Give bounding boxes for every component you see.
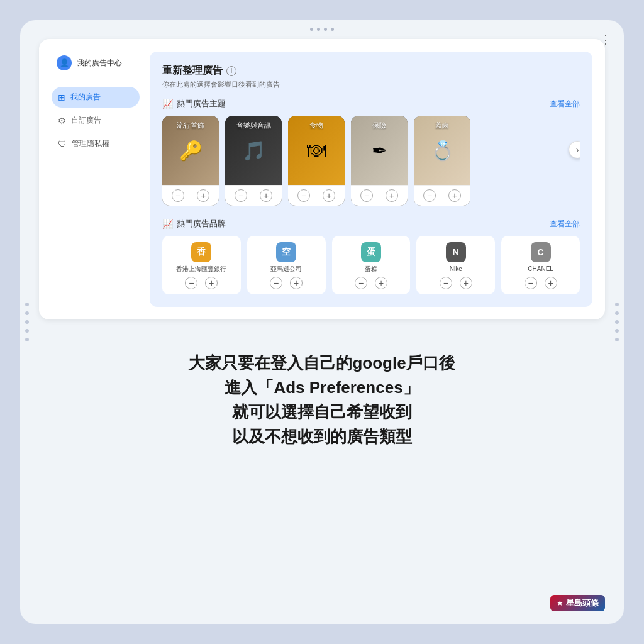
topic-increase-food[interactable]: + [323,189,335,202]
brands-subsection-header: 📈 熱門廣告品牌 查看全部 [162,218,580,230]
info-icon[interactable]: i [226,66,236,76]
topic-card-controls-fashion: − + [162,185,219,206]
custom-ads-icon: ⚙ [58,116,66,126]
brand-name-nike: Nike [450,265,462,273]
brand-increase-asia-airline[interactable]: + [290,277,303,289]
sidebar-header-title: 我的廣告中心 [77,58,122,69]
dot [25,303,29,306]
watermark: ★ 星島頭條 [550,595,605,611]
keys-icon [179,140,203,162]
topic-increase-music[interactable]: + [260,189,272,202]
insurance-icon [372,140,387,162]
sidebar-item-label-my-ads: 我的廣告 [70,92,101,103]
brand-logo-egg: 蛋 [361,242,381,262]
topic-card-img-music: 音樂與音訊 [225,116,282,185]
topic-card-img-jewelry: 蓋鹵 [414,116,470,185]
brand-controls-asia-airline: − + [270,277,303,289]
topics-view-all-link[interactable]: 查看全部 [550,99,580,109]
brand-card-hk-bank: 香 香港上海匯豐銀行 − + [162,236,241,294]
topic-card-insurance: 保險 − + [351,116,408,206]
brand-increase-chanel[interactable]: + [545,277,557,289]
main-text-line4: 以及不想收到的廣告類型 [64,425,580,449]
brand-decrease-nike[interactable]: − [440,277,452,289]
topics-next-button[interactable]: › [569,141,580,158]
dot [615,338,619,341]
brand-controls-chanel: − + [525,277,557,289]
topic-card-img-fashion: 流行首飾 [162,116,219,185]
topic-decrease-insurance[interactable]: − [360,189,373,202]
brand-decrease-asia-airline[interactable]: − [270,277,282,289]
topic-card-fashion: 流行首飾 − + [162,116,219,206]
topics-label: 📈 熱門廣告主題 [162,98,226,109]
topic-card-label-jewelry: 蓋鹵 [414,121,470,130]
sidebar: 👤 我的廣告中心 ⊞ 我的廣告 ⚙ 自訂廣告 🛡 管理隱私權 [52,52,140,307]
music-icon [242,140,265,162]
brand-name-egg: 蛋糕 [365,265,377,273]
brand-card-egg: 蛋 蛋糕 − + [332,236,411,294]
corner-dot [317,28,320,31]
brand-controls-nike: − + [440,277,472,289]
topic-increase-jewelry[interactable]: + [448,189,461,202]
sidebar-item-custom-ads[interactable]: ⚙ 自訂廣告 [52,110,140,131]
watermark-text: 星島頭條 [566,597,599,609]
topic-increase-insurance[interactable]: + [386,189,398,202]
dot [25,329,29,333]
topic-card-label-food: 食物 [288,121,345,130]
corner-dots-top [310,28,334,31]
topic-decrease-food[interactable]: − [297,189,310,202]
brand-decrease-egg[interactable]: − [355,277,367,289]
corner-dot [324,28,327,31]
bottom-text-section: 大家只要在登入自己的google戶口後 進入「Ads Preferences」 … [39,338,605,455]
corner-dot [310,28,313,31]
section-title-text: 重新整理廣告 [162,64,223,77]
brand-increase-nike[interactable]: + [460,277,472,289]
trending-icon: 📈 [162,99,173,109]
topic-decrease-jewelry[interactable]: − [423,189,436,202]
dot [25,338,29,341]
sidebar-header: 👤 我的廣告中心 [52,52,140,74]
topic-card-controls-music: − + [225,185,282,206]
dot [25,320,29,324]
sidebar-item-manage-privacy[interactable]: 🛡 管理隱私權 [52,133,140,154]
brand-card-chanel: C CHANEL − + [501,236,580,294]
topic-card-jewelry: 蓋鹵 − + [414,116,470,206]
section-subtitle: 你在此處的選擇會影響日後看到的廣告 [162,80,580,89]
watermark-badge: ★ 星島頭條 [550,595,605,611]
topics-label-text: 熱門廣告主題 [177,98,226,109]
main-text-line1: 大家只要在登入自己的google戶口後 [64,351,580,375]
more-options-icon[interactable]: ⋮ [600,33,611,47]
section-title: 重新整理廣告 i [162,64,580,77]
topic-decrease-fashion[interactable]: − [172,189,184,202]
brand-controls-egg: − + [355,277,387,289]
brand-decrease-hk-bank[interactable]: − [185,277,197,289]
side-dots-left [25,303,29,341]
main-text-line3: 就可以選擇自己希望收到 [64,400,580,425]
brands-view-all-link[interactable]: 查看全部 [550,219,580,230]
topic-card-controls-food: − + [288,185,345,206]
side-dots-right [615,303,619,341]
dot [615,303,619,306]
sidebar-item-label-manage-privacy: 管理隱私權 [72,138,109,149]
my-ads-icon: ⊞ [58,92,65,103]
brands-icon: 📈 [162,219,173,229]
dot [25,311,29,315]
topic-card-label-music: 音樂與音訊 [225,121,282,130]
brand-card-asia-airline: 空 亞馬遜公司 − + [247,236,326,294]
brand-decrease-chanel[interactable]: − [525,277,537,289]
brands-label: 📈 熱門廣告品牌 [162,218,226,230]
manage-privacy-icon: 🛡 [58,139,67,149]
brand-logo-asia-airline: 空 [276,242,296,262]
dot [615,320,619,324]
brand-increase-egg[interactable]: + [375,277,387,289]
topic-card-label-fashion: 流行首飾 [162,121,219,130]
sidebar-item-label-custom-ads: 自訂廣告 [71,115,101,126]
user-avatar-icon: 👤 [57,55,72,70]
topic-decrease-music[interactable]: − [235,189,247,202]
corner-dot [331,28,334,31]
topic-card-controls-insurance: − + [351,185,408,206]
topic-card-img-insurance: 保險 [351,116,408,185]
brands-label-text: 熱門廣告品牌 [177,218,226,230]
topic-increase-fashion[interactable]: + [197,189,209,202]
sidebar-item-my-ads[interactable]: ⊞ 我的廣告 [52,87,140,108]
brand-increase-hk-bank[interactable]: + [205,277,218,289]
